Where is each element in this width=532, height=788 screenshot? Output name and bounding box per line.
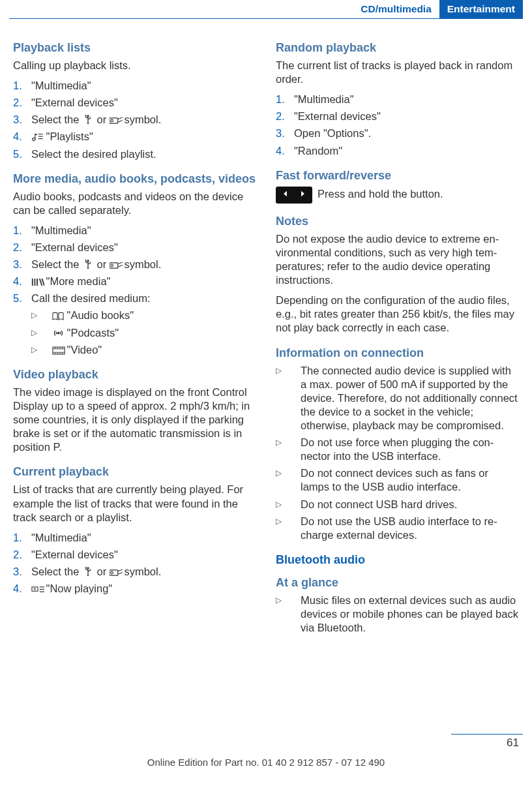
steps-more-media: 1."Multimedia" 2."External devices" 3. S… xyxy=(13,224,256,306)
step: 1."Multimedia" xyxy=(276,93,519,106)
section-video-playback: Video playback The video image is displa… xyxy=(13,367,256,455)
list-item: ▷Do not use the USB audio interface to r… xyxy=(276,515,519,542)
step: 4."Random" xyxy=(276,144,519,158)
step-text: "Random" xyxy=(294,144,342,158)
page-number-rule xyxy=(451,734,523,735)
heading-random-playback: Random playback xyxy=(276,40,519,55)
heading-at-a-glance: At a glance xyxy=(276,575,519,590)
section-playback-lists: Playback lists Calling up playback lists… xyxy=(13,40,256,161)
list-text: Do not use the USB audio interface to re… xyxy=(301,515,519,542)
desc-more-media: Audio books, podcasts and videos on the … xyxy=(13,190,256,217)
heading-playback-lists: Playback lists xyxy=(13,40,256,55)
info-connection-list: ▷The connected audio device is supplied … xyxy=(276,364,519,542)
left-column: Playback lists Calling up playback lists… xyxy=(13,40,256,645)
substep: ▷ "Podcasts" xyxy=(31,326,256,340)
section-current-playback: Current playback List of tracks that are… xyxy=(13,464,256,596)
heading-video-playback: Video playback xyxy=(13,367,256,382)
step: 3.Open "Options". xyxy=(276,127,519,140)
list-item: ▷The connected audio device is supplied … xyxy=(276,364,519,433)
right-column: Random playback The current list of trac… xyxy=(276,40,519,645)
heading-bluetooth-audio: Bluetooth audio xyxy=(276,553,519,568)
desc-current-playback: List of tracks that are currently being … xyxy=(13,483,256,524)
substep: ▷ "Video" xyxy=(31,343,256,357)
list-item: ▷Do not connect devices such as fans or … xyxy=(276,466,519,494)
usb-icon xyxy=(82,566,94,575)
playlist-icon xyxy=(31,132,43,142)
list-text: Do not connect devices such as fans or l… xyxy=(301,466,519,494)
device-icon xyxy=(110,568,121,577)
list-item: ▷Music files on external devices such as… xyxy=(276,594,519,635)
step: 3. Select the or symbol. xyxy=(13,113,256,127)
step: 3. Select the or symbol. xyxy=(13,565,256,579)
step: 5.Call the desired medium: xyxy=(13,292,256,305)
step-text: "Multimedia" xyxy=(294,93,354,106)
device-icon xyxy=(110,261,121,270)
footer-text: Online Edition for Part no. 01 40 2 912 … xyxy=(0,756,532,768)
section-more-media: More media, audio books, podcasts, video… xyxy=(13,172,256,357)
step-text: "Multimedia" xyxy=(31,531,91,545)
section-random-playback: Random playback The current list of trac… xyxy=(276,40,519,158)
steps-current-playback: 1."Multimedia" 2."External devices" 3. S… xyxy=(13,531,256,596)
step-text: "More media" xyxy=(31,275,110,288)
list-text: Do not connect USB hard drives. xyxy=(301,498,457,511)
step-text: "Multimedia" xyxy=(31,224,91,237)
steps-random-playback: 1."Multimedia" 2."External devices" 3.Op… xyxy=(276,93,519,157)
prev-next-button-icon xyxy=(276,187,312,204)
nowplaying-icon xyxy=(31,585,43,594)
substeps-more-media: ▷ "Audio books" ▷ "Podcasts" ▷ "Video" xyxy=(31,309,256,356)
list-item: ▷Do not connect USB hard drives. xyxy=(276,498,519,511)
header-tabs: CD/multimedia Entertainment xyxy=(353,0,523,18)
desc-video-playback: The video image is displayed on the fron… xyxy=(13,386,256,455)
step-text: Call the desired medium: xyxy=(31,292,151,305)
section-info-connection: Information on connection ▷The connected… xyxy=(276,346,519,542)
step-text: "External devices" xyxy=(31,548,118,562)
usb-icon xyxy=(82,114,94,123)
device-icon xyxy=(110,116,121,125)
bluetooth-list: ▷Music files on external devices such as… xyxy=(276,594,519,635)
substep: ▷ "Audio books" xyxy=(31,309,256,322)
substep-text: "Video" xyxy=(52,343,102,357)
step: 2."External devices" xyxy=(276,110,519,123)
tab-entertainment: Entertainment xyxy=(439,0,523,18)
step-text: Select the or symbol. xyxy=(31,258,161,271)
step: 2."External devices" xyxy=(13,241,256,254)
desc-fast-forward: Press and hold the button. xyxy=(276,187,519,204)
list-item: ▷Do not use force when plugging the con­… xyxy=(276,436,519,463)
step: 2."External devices" xyxy=(13,548,256,562)
step-text: Select the desired playlist. xyxy=(31,147,156,161)
section-fast-forward: Fast forward/reverse Press and hold the … xyxy=(276,168,519,204)
desc-playback-lists: Calling up playback lists. xyxy=(13,59,256,72)
heading-current-playback: Current playback xyxy=(13,464,256,479)
notes-p2: Depending on the configuration of the au… xyxy=(276,294,519,335)
step-text: "External devices" xyxy=(31,241,118,254)
header-rule xyxy=(9,18,523,19)
book-icon xyxy=(52,312,64,321)
step: 4. "More media" xyxy=(13,275,256,288)
step: 2."External devices" xyxy=(13,96,256,110)
usb-icon xyxy=(82,259,94,268)
step: 1."Multimedia" xyxy=(13,224,256,237)
heading-notes: Notes xyxy=(276,214,519,229)
step-text: "External devices" xyxy=(294,110,381,123)
heading-more-media: More media, audio books, podcasts, video… xyxy=(13,172,256,187)
step: 5.Select the desired playlist. xyxy=(13,147,256,161)
page-number: 61 xyxy=(507,736,519,750)
step-text: Select the or symbol. xyxy=(31,113,161,127)
list-text: Do not use force when plugging the con­n… xyxy=(301,436,519,463)
step-text: "Playlists" xyxy=(31,130,93,144)
step-text: "Now playing" xyxy=(31,582,112,596)
section-notes: Notes Do not expose the audio device to … xyxy=(276,214,519,335)
notes-p1: Do not expose the audio device to extrem… xyxy=(276,232,519,287)
tab-cdmultimedia: CD/multimedia xyxy=(353,0,439,18)
step-text: "External devices" xyxy=(31,96,118,110)
step: 4. "Playlists" xyxy=(13,130,256,144)
desc-random-playback: The current list of tracks is played bac… xyxy=(276,59,519,86)
step-text: "Multimedia" xyxy=(31,79,91,93)
podcast-icon xyxy=(52,328,64,337)
page-content: Playback lists Calling up playback lists… xyxy=(13,40,519,645)
list-text: Music files on external devices such as … xyxy=(301,594,519,635)
step-text: Select the or symbol. xyxy=(31,565,161,579)
moremedia-icon xyxy=(31,278,43,287)
video-icon xyxy=(52,346,64,356)
step: 1."Multimedia" xyxy=(13,79,256,93)
